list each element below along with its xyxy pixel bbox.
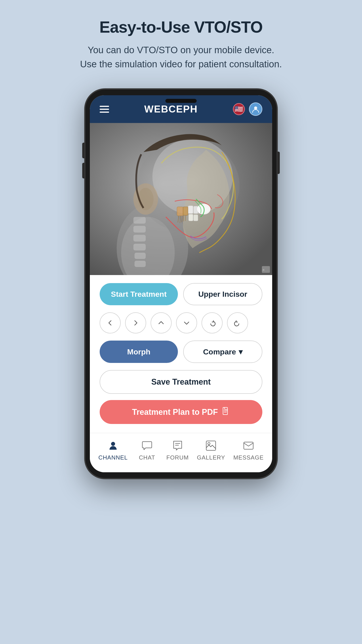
svg-rect-9	[133, 226, 146, 232]
controls-area: Start Treatment Upper Incisor	[90, 275, 272, 424]
svg-point-28	[111, 442, 115, 446]
svg-rect-10	[133, 235, 146, 242]
nav-item-forum[interactable]: FORUM	[166, 440, 189, 461]
start-treatment-button[interactable]: Start Treatment	[100, 283, 178, 305]
svg-rect-14	[188, 206, 193, 214]
chat-icon	[141, 440, 153, 452]
forum-icon	[171, 440, 184, 452]
compare-chevron-icon: ▾	[239, 347, 242, 356]
svg-rect-19	[177, 207, 183, 216]
message-label: MESSAGE	[233, 454, 264, 461]
arrow-buttons-row	[100, 312, 262, 334]
svg-point-32	[208, 442, 210, 445]
xray-image: ⊞	[90, 123, 272, 275]
message-icon	[242, 440, 255, 452]
morph-buttons-row: Morph Compare ▾	[100, 340, 262, 363]
left-arrow-button[interactable]	[100, 312, 121, 334]
svg-rect-17	[189, 214, 193, 221]
bottom-navigation: CHANNEL CHAT FORUM	[90, 433, 272, 472]
morph-button[interactable]: Morph	[100, 340, 178, 363]
phone-shell: WEBCEPH 🇺🇸	[85, 89, 277, 478]
phone-screen: WEBCEPH 🇺🇸	[90, 95, 272, 472]
app-header: WEBCEPH 🇺🇸	[90, 95, 272, 123]
svg-rect-12	[134, 253, 146, 259]
up-arrow-button[interactable]	[151, 312, 172, 334]
right-arrow-button[interactable]	[125, 312, 146, 334]
svg-rect-20	[183, 207, 188, 215]
channel-icon	[107, 440, 119, 452]
svg-text:⊞: ⊞	[263, 268, 264, 271]
app-logo: WEBCEPH	[144, 104, 198, 115]
volume-down-btn	[82, 163, 84, 178]
treatment-buttons-row: Start Treatment Upper Incisor	[100, 283, 262, 305]
svg-rect-33	[244, 442, 253, 449]
channel-label: CHANNEL	[98, 454, 128, 461]
upper-incisor-button[interactable]: Upper Incisor	[183, 283, 262, 305]
svg-rect-13	[134, 261, 146, 267]
page-title: Easy-to-Use VTO/STO	[99, 18, 263, 36]
svg-rect-18	[194, 215, 198, 221]
svg-rect-8	[133, 217, 146, 224]
gallery-label: GALLERY	[197, 454, 225, 461]
svg-rect-31	[206, 441, 216, 450]
nav-item-message[interactable]: MESSAGE	[233, 440, 264, 461]
save-treatment-button[interactable]: Save Treatment	[100, 370, 262, 394]
chat-label: CHAT	[139, 454, 155, 461]
nav-item-channel[interactable]: CHANNEL	[98, 440, 128, 461]
pdf-icon	[221, 407, 230, 417]
nav-item-gallery[interactable]: GALLERY	[197, 440, 225, 461]
volume-up-btn	[82, 143, 84, 158]
user-avatar[interactable]	[249, 102, 262, 116]
gallery-icon	[205, 440, 217, 452]
menu-icon[interactable]	[100, 106, 109, 113]
down-arrow-button[interactable]	[176, 312, 197, 334]
svg-rect-11	[133, 244, 146, 250]
header-icons: 🇺🇸	[233, 102, 262, 116]
page-subtitle: You can do VTO/STO on your mobile device…	[80, 43, 282, 71]
compare-button[interactable]: Compare ▾	[183, 340, 262, 363]
undo-button[interactable]	[227, 312, 248, 334]
forum-label: FORUM	[166, 454, 189, 461]
svg-point-0	[254, 106, 257, 110]
svg-point-7	[138, 188, 153, 210]
language-flag-icon[interactable]: 🇺🇸	[233, 103, 245, 115]
nav-item-chat[interactable]: CHAT	[136, 440, 158, 461]
pdf-button[interactable]: Treatment Plan to PDF	[100, 400, 262, 424]
redo-button[interactable]	[202, 312, 223, 334]
